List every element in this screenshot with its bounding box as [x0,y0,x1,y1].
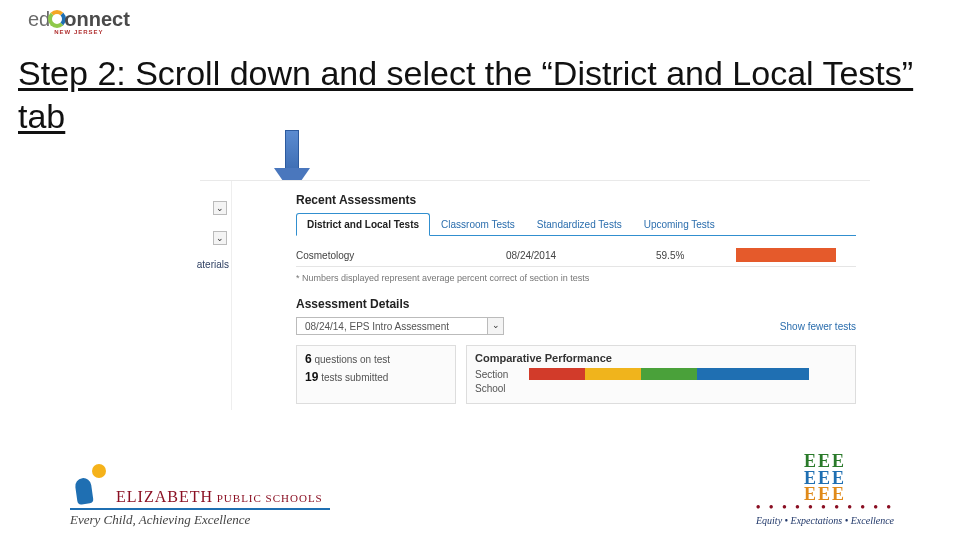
cp-row-label: Section [475,369,521,380]
chevron-down-icon[interactable]: ⌄ [487,318,503,334]
show-fewer-tests-link[interactable]: Show fewer tests [780,321,856,332]
assessment-dropdown[interactable]: 08/24/14, EPS Intro Assessment ⌄ [296,317,504,335]
tests-submitted-count: 19 [305,370,318,384]
dropdown-arrow-icon[interactable]: ⌄ [213,231,227,245]
dropdown-arrow-icon[interactable]: ⌄ [213,201,227,215]
edconnect-logo: edonnect NEW JERSEY [28,8,130,35]
assessment-percent: 59.5% [656,250,736,261]
dots-divider: ● ● ● ● ● ● ● ● ● ● ● [730,502,920,511]
tab-classroom-tests[interactable]: Classroom Tests [430,213,526,235]
dropdown-value: 08/24/14, EPS Intro Assessment [297,321,487,332]
screenshot-panel: ⌄ ⌄ aterials Recent Assessments District… [200,180,870,410]
comparative-performance-title: Comparative Performance [475,352,847,364]
assessment-details-title: Assessment Details [296,297,864,311]
logo-suffix: onnect [64,8,130,30]
tab-upcoming-tests[interactable]: Upcoming Tests [633,213,726,235]
tab-district-local-tests[interactable]: District and Local Tests [296,213,430,236]
recent-assessments-title: Recent Assessments [296,193,864,207]
divider [70,508,330,510]
child-sun-icon [70,464,106,506]
assessment-tabs: District and Local Tests Classroom Tests… [296,213,856,236]
truncated-text: aterials [197,259,229,270]
question-count: 6 [305,352,312,366]
segmented-bar [529,368,809,380]
step-heading: Step 2: Scroll down and select the “Dist… [18,52,942,137]
assessment-date: 08/24/2014 [506,250,656,261]
divider [296,266,856,267]
eps-tagline: Every Child, Achieving Excellence [70,512,370,528]
left-sidebar-fragment: ⌄ ⌄ aterials [200,181,232,410]
tests-submitted-label: tests submitted [321,372,388,383]
score-bar [736,248,836,262]
assessment-row: Cosmetology 08/24/2014 59.5% [296,248,856,262]
assessment-name: Cosmetology [296,250,506,261]
question-label: questions on test [314,354,390,365]
test-stats-card: 6 questions on test 19 tests submitted [296,345,456,404]
logo-prefix: ed [28,8,50,30]
comparative-performance-card: Comparative Performance Section School [466,345,856,404]
eee-stack-icon: EEE EEE EEE [730,453,920,502]
eee-tagline: Equity • Expectations • Excellence [730,515,920,526]
cp-row-label: School [475,383,521,394]
eps-logo: ELIZABETH PUBLIC SCHOOLS Every Child, Ac… [70,464,370,528]
tab-standardized-tests[interactable]: Standardized Tests [526,213,633,235]
eps-text: ELIZABETH PUBLIC SCHOOLS [116,488,323,506]
footnote: * Numbers displayed represent average pe… [296,273,864,283]
eee-logo: EEE EEE EEE ● ● ● ● ● ● ● ● ● ● ● Equity… [730,453,920,526]
